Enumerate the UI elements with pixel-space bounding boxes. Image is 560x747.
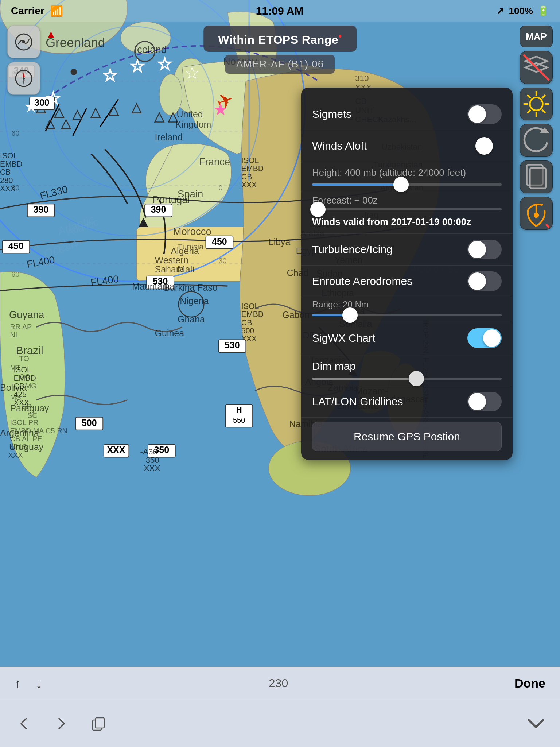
svg-text:United: United — [177, 109, 203, 119]
location-arrow-icon: ↗ — [496, 5, 504, 17]
latlon-label: LAT/LON Gridlines — [312, 395, 403, 408]
svg-point-159 — [71, 69, 77, 75]
svg-rect-194 — [530, 168, 546, 188]
svg-text:France: France — [199, 156, 230, 167]
range-slider[interactable] — [312, 314, 502, 316]
brightness-button[interactable] — [520, 88, 553, 120]
route-label: AMER-AF (B1) 06 — [225, 55, 335, 74]
document-button[interactable] — [520, 160, 553, 193]
svg-text:MG: MG — [25, 382, 37, 390]
winds-aloft-toggle[interactable] — [467, 136, 502, 156]
svg-text:MT: MT — [10, 364, 20, 372]
up-arrow-button[interactable]: ↑ — [15, 676, 21, 691]
compass-button[interactable] — [7, 62, 40, 95]
svg-text:CB: CB — [241, 173, 252, 181]
forward-button[interactable] — [48, 711, 74, 737]
svg-line-188 — [527, 95, 530, 98]
resume-gps-button[interactable]: Resume GPS Postion — [312, 422, 502, 451]
back-button[interactable] — [11, 711, 37, 737]
forecast-slider[interactable] — [312, 208, 502, 210]
svg-text:310: 310 — [355, 74, 369, 83]
svg-text:60: 60 — [11, 129, 19, 137]
svg-text:Guyana: Guyana — [9, 309, 44, 320]
height-slider-track[interactable] — [312, 183, 502, 186]
svg-text:CB: CB — [0, 168, 11, 176]
refresh-button[interactable] — [520, 124, 553, 157]
sigwx-toggle[interactable] — [467, 328, 502, 348]
svg-text:SP: SP — [22, 402, 32, 410]
turbulence-toggle[interactable] — [467, 240, 502, 259]
enroute-label: Enroute Aerodromes — [312, 275, 412, 287]
copy-button[interactable] — [85, 711, 112, 737]
down-arrow-button[interactable]: ↓ — [36, 676, 42, 691]
turbulence-label: Turbulence/Icing — [312, 243, 393, 256]
sigmets-label: Sigmets — [312, 108, 351, 120]
svg-text:NL: NL — [10, 331, 19, 339]
svg-text:EMBD: EMBD — [241, 310, 264, 318]
dashboard-button[interactable] — [7, 26, 40, 58]
enroute-row: Enroute Aerodromes — [301, 266, 513, 297]
svg-text:EMBD MA C5 RN: EMBD MA C5 RN — [10, 427, 67, 435]
svg-text:ISOL: ISOL — [241, 156, 259, 165]
svg-text:550: 550 — [233, 416, 245, 424]
svg-line-190 — [542, 95, 545, 98]
svg-text:390: 390 — [34, 204, 49, 214]
chevron-down-button[interactable] — [523, 711, 549, 737]
svg-text:MS: MS — [10, 393, 21, 401]
radar-button[interactable] — [520, 197, 553, 230]
sigmets-row: Sigmets — [301, 98, 513, 130]
svg-text:Bolivia: Bolivia — [0, 382, 27, 392]
dim-map-slider[interactable] — [312, 378, 502, 380]
svg-text:Ireland: Ireland — [155, 132, 183, 142]
height-label: Height: 400 mb (altitude: 24000 feet) — [312, 167, 502, 178]
svg-text:XXX: XXX — [241, 181, 257, 189]
svg-text:-A30: -A30 — [140, 447, 158, 456]
svg-text:XXX: XXX — [107, 445, 125, 455]
time-display: 11:09 AM — [256, 5, 304, 17]
dim-map-section: Dim map — [301, 354, 513, 386]
svg-text:Portugal: Portugal — [152, 194, 190, 205]
latlon-toggle[interactable] — [467, 392, 502, 411]
status-left: Carrier 📶 — [11, 5, 63, 17]
svg-text:★: ★ — [24, 97, 38, 116]
carrier-label: Carrier — [11, 5, 44, 17]
sigmets-toggle[interactable] — [467, 104, 502, 124]
svg-text:☆: ☆ — [130, 56, 145, 76]
svg-text:☆: ☆ — [157, 54, 172, 73]
etops-label: Within ETOPS Range• — [203, 26, 357, 52]
svg-text:ISOL: ISOL — [241, 302, 259, 310]
winds-aloft-label: Winds Aloft — [312, 140, 367, 152]
svg-text:Sahara: Sahara — [155, 264, 184, 274]
svg-text:Guinea: Guinea — [155, 328, 184, 338]
top-right-buttons: MAP — [520, 26, 553, 230]
svg-text:500: 500 — [82, 418, 97, 428]
turbulence-row: Turbulence/Icing — [301, 234, 513, 266]
svg-text:TO: TO — [19, 355, 29, 363]
svg-text:450: 450 — [8, 241, 24, 251]
svg-text:☆: ☆ — [46, 88, 61, 108]
svg-point-179 — [22, 40, 25, 43]
north-arrow: ▲ — [46, 28, 56, 40]
svg-text:Morocco: Morocco — [173, 226, 211, 237]
map-button[interactable]: MAP — [520, 26, 553, 47]
svg-text:0: 0 — [218, 184, 222, 192]
dim-map-label: Dim map — [312, 360, 356, 372]
svg-text:Libya: Libya — [269, 237, 291, 247]
bottom-toolbar: ↑ ↓ 230 Done — [0, 667, 560, 700]
svg-text:CB AL PE: CB AL PE — [10, 435, 42, 443]
svg-point-183 — [530, 97, 542, 110]
svg-text:450: 450 — [212, 236, 227, 247]
svg-text:30: 30 — [11, 184, 19, 192]
winds-valid-text: Winds valid from 2017-01-19 00:00z — [312, 216, 502, 228]
done-button[interactable]: Done — [514, 676, 545, 690]
forecast-section: Forecast: + 00z Winds valid from 2017-01… — [301, 191, 513, 234]
enroute-toggle[interactable] — [467, 271, 502, 291]
layers-off-button[interactable] — [520, 51, 553, 84]
top-left-buttons — [7, 26, 40, 95]
nav-right — [523, 711, 549, 737]
wifi-icon: 📶 — [50, 5, 63, 17]
svg-text:Ghana: Ghana — [178, 314, 205, 324]
svg-text:CB: CB — [241, 318, 252, 327]
status-right: ↗ 100% 🔋 — [496, 5, 549, 17]
sigwx-row: SigWX Chart — [301, 322, 513, 354]
